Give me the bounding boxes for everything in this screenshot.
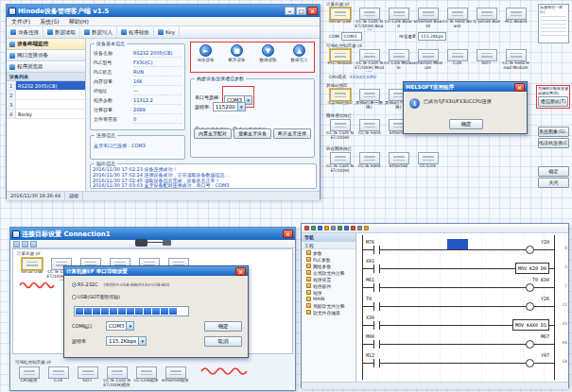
comm-test-button[interactable]: 通信测试(T) xyxy=(538,96,568,107)
toolbar-button-2[interactable]: 数据写入 xyxy=(80,26,117,38)
interface-tile[interactable]: Ethernet Module xyxy=(413,49,442,72)
ladder-rung[interactable]: M12Y0758 xyxy=(356,350,568,369)
interface-tile[interactable]: Ethernet模块 xyxy=(161,366,190,389)
serial-dialog-titlebar[interactable]: 计算机侧I/F 串口详细设置 × xyxy=(64,266,248,276)
ok-button[interactable]: 确定 xyxy=(538,166,569,177)
ladder-rung[interactable]: X01MOV K20 D03 xyxy=(356,256,568,275)
connection-path-list[interactable]: 连接路径一览(L) xyxy=(538,4,569,43)
close-button[interactable]: × xyxy=(283,230,293,238)
ladder-rung[interactable]: X30MOV K4X0 D135 xyxy=(356,313,568,332)
interface-tile[interactable]: CC IE Field xyxy=(355,119,384,142)
interface-tile[interactable]: 无其他站指定 xyxy=(325,89,355,111)
close-button[interactable]: × xyxy=(514,83,525,92)
interface-tile[interactable]: CC-Link模块 xyxy=(131,366,161,389)
toolbar-icon[interactable] xyxy=(364,226,369,230)
tree-item-4[interactable]: 程序设置 xyxy=(302,276,355,282)
ladder-rung[interactable]: T0Y2621 xyxy=(356,294,568,313)
tree-item-7[interactable]: MAIN xyxy=(302,296,355,302)
maximize-button[interactable]: □ xyxy=(296,7,306,15)
chevron-down-icon[interactable]: ▾ xyxy=(126,322,133,330)
toolbar-icon[interactable] xyxy=(22,241,28,247)
interface-tile[interactable]: 其他站(单一网络) xyxy=(355,89,384,111)
tree-item-3[interactable]: 全局软元件注释 xyxy=(302,269,355,276)
interface-tile[interactable]: CC IE Cont NET/10(H) Board xyxy=(355,8,384,30)
menu-item-1[interactable]: 系统(S) xyxy=(35,17,64,26)
interface-tile[interactable]: GOT xyxy=(472,49,501,72)
serial-type-radio[interactable]: RS-232C xyxy=(72,281,98,287)
ladder-rung[interactable]: M61T0 K307 xyxy=(356,275,568,294)
toolbar-icon[interactable] xyxy=(324,226,329,230)
system-image-button[interactable]: 系统图像(G)... xyxy=(538,127,569,137)
tree-item-9[interactable]: 软元件存储器 xyxy=(302,309,355,315)
bluetooth-button-0[interactable]: 内置蓝牙配对 xyxy=(194,128,232,139)
toolbar-icon[interactable] xyxy=(13,241,20,247)
toolbar-icon[interactable] xyxy=(344,226,349,230)
com-port-select[interactable]: COM3 ▾ xyxy=(106,321,134,331)
interface-tile[interactable]: Serial USB xyxy=(325,8,355,30)
field-value[interactable]: COM3 xyxy=(341,32,362,41)
ladder-canvas[interactable]: M76Y200X01MOV K20 D03M61T0 K307T0Y2621X3… xyxy=(356,233,568,382)
interface-tile[interactable]: CC IE Field Head Module xyxy=(501,49,530,72)
toolbar-button-4[interactable]: Key xyxy=(154,26,180,38)
interface-tile[interactable]: Q Series Bus xyxy=(472,8,501,30)
toolbar-icon[interactable] xyxy=(338,226,342,230)
toolbar-icon[interactable] xyxy=(357,226,362,230)
interface-tile[interactable]: CC-Link Module xyxy=(384,49,413,72)
interface-tile[interactable]: PLC Module xyxy=(325,49,355,72)
baud-rate-select[interactable]: 115.2Kbps ▾ xyxy=(106,336,147,346)
bluetooth-button-1[interactable]: 搜索蓝牙设备 xyxy=(234,128,271,139)
toolbar-icon[interactable] xyxy=(311,226,316,230)
interface-tile[interactable]: CC IE Cont NET/10(H) xyxy=(325,152,355,175)
serial-type-radio[interactable]: USB(GOT透明传输) xyxy=(72,294,120,299)
toolbar-icon[interactable] xyxy=(318,226,322,230)
toolbar-button-1[interactable]: 数据读取 xyxy=(43,26,80,38)
baud-rate-select[interactable]: 115200 ▾ xyxy=(213,102,246,111)
hinode-titlebar[interactable]: Hinode设备管理客户端 v1.5 – □ × xyxy=(7,5,320,17)
tree-item-5[interactable]: 程序部件 xyxy=(302,282,355,289)
toolbar-icon[interactable] xyxy=(331,226,336,230)
close-button[interactable]: 关闭 xyxy=(538,178,569,188)
sidebar-item-2[interactable]: 程序浏览器 xyxy=(7,61,85,73)
tree-item-0[interactable]: 参数 xyxy=(302,249,355,256)
tree-item-2[interactable]: 网络参数 xyxy=(302,263,355,269)
interface-tile[interactable]: CC IE Field xyxy=(355,152,384,175)
toolbar-button-0[interactable]: 设备连接 xyxy=(7,26,43,38)
menu-item-2[interactable]: 帮助(H) xyxy=(64,17,94,26)
ok-button[interactable]: 确定 xyxy=(204,321,242,332)
interface-tile[interactable]: C24 xyxy=(43,366,73,389)
close-button[interactable]: × xyxy=(307,7,318,15)
interface-tile[interactable]: PLC Board xyxy=(501,8,530,30)
toolbar-icon[interactable] xyxy=(30,241,37,247)
interface-tile[interactable]: CC-Link xyxy=(413,152,442,175)
chevron-down-icon[interactable]: ▾ xyxy=(138,337,146,345)
menu-item-0[interactable]: 文件(F) xyxy=(7,17,35,26)
interface-tile[interactable]: CC IE Cont NET/10(H) xyxy=(325,119,355,142)
close-button[interactable]: × xyxy=(235,267,246,276)
interface-tile[interactable]: CC IE Field Board xyxy=(442,8,472,30)
cancel-button[interactable]: 取消 xyxy=(204,336,242,347)
interface-tile[interactable]: C24 xyxy=(442,49,472,72)
sidebar-item-1[interactable]: 网口连接设备 xyxy=(7,50,85,61)
device-row[interactable]: 1RS232 2005(CB) xyxy=(7,81,85,91)
toolbar-icon[interactable] xyxy=(351,226,355,230)
interface-tile[interactable]: CC IE Cont NET/10(H) Module xyxy=(355,49,384,72)
interface-tile[interactable]: GOT xyxy=(73,366,102,389)
interface-tile[interactable]: CC-Link Board xyxy=(384,8,413,30)
ladder-rung[interactable]: M00M6746 xyxy=(356,332,568,350)
interface-tile[interactable]: Ethernet xyxy=(384,152,413,175)
interface-tile[interactable]: Serial USB xyxy=(17,258,46,281)
ok-button[interactable]: 确定 xyxy=(449,119,483,129)
bluetooth-button-2[interactable]: 断开蓝牙连接 xyxy=(273,128,311,139)
field-value[interactable]: 115.2Kbps xyxy=(418,32,446,41)
output-log[interactable]: 2016/11/30 17:02:23 设备连接成功！2016/11/30 17… xyxy=(91,164,316,189)
tree-item-6[interactable]: 程序 xyxy=(302,289,355,296)
wizard-button[interactable]: ▼数据读取 xyxy=(254,44,282,63)
interface-tile[interactable]: Ethernet Board xyxy=(413,8,442,30)
wizard-button[interactable]: ►连接设备 xyxy=(192,44,219,63)
interface-tile[interactable]: CPU模块 xyxy=(14,366,43,389)
device-row[interactable]: 2 xyxy=(7,91,85,100)
tree-item-1[interactable]: PLC参数 xyxy=(302,256,355,263)
melsoft-dialog-titlebar[interactable]: MELSOFT应用程序 × xyxy=(404,82,527,92)
minimize-button[interactable]: – xyxy=(285,7,295,15)
device-row[interactable]: 3 xyxy=(7,100,85,110)
